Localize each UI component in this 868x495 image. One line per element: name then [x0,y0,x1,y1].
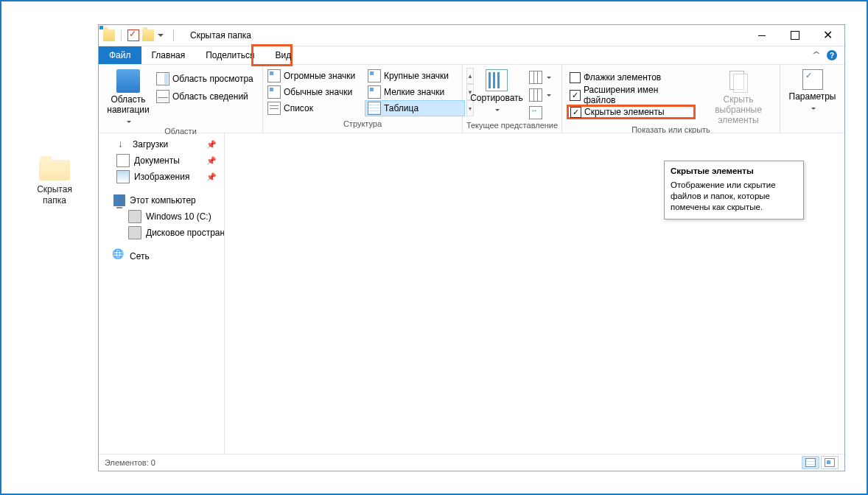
layout-list[interactable]: Список [265,100,365,116]
small-icons-icon [368,85,381,99]
ribbon-tabs: Файл Главная Поделиться Вид ⌃ ? [99,46,844,65]
sort-icon [486,69,508,91]
file-extensions-toggle[interactable]: Расширения имен файлов [567,87,696,103]
maximize-icon [791,31,799,40]
quick-access-toolbar: Скрытая папка [99,29,251,41]
tree-item-network[interactable]: Сеть [99,248,224,264]
ribbon-group-caption [780,119,844,133]
group-by-button[interactable] [526,69,554,85]
network-icon [113,250,125,262]
options-icon [802,69,823,90]
details-pane-icon [156,90,169,103]
layout-large-icons[interactable]: Крупные значки [365,68,465,84]
ribbon-group-show-hide: Флажки элементов Расширения имен файлов … [562,65,780,133]
navigation-pane-button[interactable]: Областьнавигации [103,68,153,127]
documents-icon [116,154,130,167]
tree-item-this-pc[interactable]: Этот компьютер [99,192,224,208]
chevron-down-icon [125,116,131,127]
minimize-button[interactable] [745,25,778,46]
status-item-count: Элементов: 0 [105,458,155,467]
qat-dropdown-icon[interactable] [157,29,164,41]
maximize-button[interactable] [778,25,811,46]
qat-new-folder-icon[interactable] [142,29,154,41]
large-icons-icon [368,69,381,82]
drive-icon [128,210,141,223]
medium-icons-icon [267,85,281,99]
view-mode-icons-button[interactable] [821,456,839,469]
window-controls: ✕ [745,25,844,46]
item-checkboxes-toggle[interactable]: Флажки элементов [567,69,696,85]
minimize-icon [758,35,766,36]
fit-columns-icon [529,106,542,119]
help-icon[interactable]: ? [827,50,837,60]
tree-item-d-drive[interactable]: Дисковое простран [99,225,224,241]
chevron-down-icon [810,103,816,113]
divider [173,29,174,41]
ribbon-group-panes: Областьнавигации Область просмотра Облас… [99,65,263,133]
layout-medium-icons[interactable]: Обычные значки [265,84,365,100]
tooltip-hidden-items: Скрытые элементы Отображение или скрытие… [664,161,804,220]
hidden-items-toggle[interactable]: Скрытые элементы [567,105,696,119]
ribbon-group-options: Параметры [780,65,844,133]
huge-icons-icon [267,69,281,82]
tooltip-body: Отображение или скрытие файлов и папок, … [671,180,797,213]
window-title: Скрытая папка [190,30,251,41]
icons-view-icon [825,458,835,467]
minimize-ribbon-icon[interactable]: ⌃ [810,49,823,61]
this-pc-icon [113,194,125,206]
tooltip-title: Скрытые элементы [671,166,797,177]
tab-file[interactable]: Файл [99,46,141,64]
tab-view[interactable]: Вид [265,46,301,64]
pin-icon: 📌 [206,172,217,182]
folder-icon [39,156,70,181]
ribbon-group-current-view: Сортировать Текущее представление [463,65,562,133]
details-pane-button[interactable]: Область сведений [153,88,256,105]
downloads-icon [116,138,128,150]
tree-item-pictures[interactable]: Изображения 📌 [99,169,224,185]
preview-pane-button[interactable]: Область просмотра [153,71,256,87]
ribbon-group-layout: Огромные значки Крупные значки Обычные з… [263,65,463,133]
tab-share[interactable]: Поделиться [195,46,265,64]
qat-properties-icon[interactable] [127,29,139,41]
navigation-pane-icon [116,69,140,93]
layout-small-icons[interactable]: Мелкие значки [365,84,465,100]
pin-icon: 📌 [206,140,217,150]
pin-icon: 📌 [206,156,217,166]
chevron-down-icon [494,105,500,115]
table-icon [368,102,381,115]
tab-home[interactable]: Главная [141,46,196,64]
chevron-down-icon [545,72,551,82]
checkbox-icon [570,72,581,83]
size-columns-button[interactable] [526,105,554,121]
desktop-folder-hidden[interactable]: Скрытаяпапка [32,156,77,206]
add-columns-button[interactable] [526,87,554,103]
status-bar: Элементов: 0 [99,454,844,471]
hide-selected-button: Скрыть выбранныеэлементы [701,68,775,125]
close-icon: ✕ [823,29,833,41]
hide-selected-icon [727,69,750,93]
tree-item-downloads[interactable]: Загрузки 📌 [99,136,224,152]
layout-table[interactable]: Таблица [365,100,465,116]
screenshot-frame: Скрытаяпапка Скрытая папка ✕ Файл Г [0,0,868,495]
checkbox-checked-icon [570,107,581,118]
options-button[interactable]: Параметры [788,68,838,113]
sort-by-button[interactable]: Сортировать [467,68,526,115]
divider [121,29,122,41]
checkbox-checked-icon [570,90,581,101]
tree-item-documents[interactable]: Документы 📌 [99,152,224,169]
ribbon-group-caption: Структура [263,119,462,133]
title-bar: Скрытая папка ✕ [99,25,844,46]
group-icon [529,71,542,84]
close-button[interactable]: ✕ [811,25,844,46]
navigation-tree: Загрузки 📌 Документы 📌 Изображения 📌 Это… [99,133,225,454]
columns-icon [529,88,542,102]
drive-icon [128,226,141,239]
details-view-icon [805,458,816,467]
window-icon [103,29,115,41]
chevron-down-icon [545,90,551,100]
view-mode-details-button[interactable] [802,456,819,469]
tree-item-c-drive[interactable]: Windows 10 (C:) [99,208,224,225]
preview-pane-icon [156,72,169,85]
layout-huge-icons[interactable]: Огромные значки [265,68,365,84]
pictures-icon [116,170,130,183]
